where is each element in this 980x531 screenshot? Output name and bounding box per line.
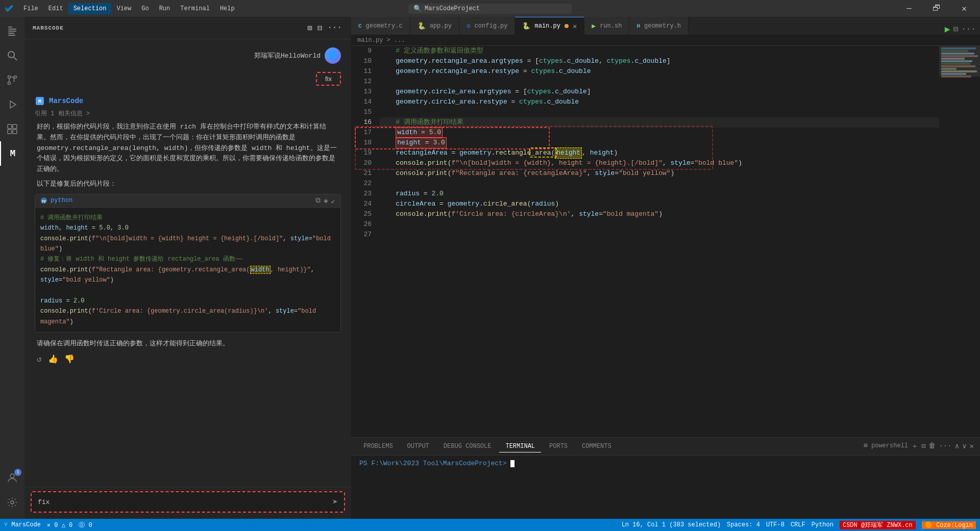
apply-icon[interactable]: ◈ [324, 196, 328, 205]
tab-close-main-py[interactable]: ✕ [573, 22, 577, 31]
tab-geometry-c[interactable]: C geometry.c [351, 17, 410, 35]
minimize-btn[interactable]: — [897, 0, 921, 17]
menu-view[interactable]: View [111, 3, 136, 14]
tab-app-py[interactable]: 🐍 app.py [410, 17, 459, 35]
settings-btn[interactable]: ⊟ [316, 22, 324, 34]
search-bar[interactable]: 🔍 MarsCodeProject [408, 4, 572, 14]
tab-run-sh[interactable]: ▶ run.sh [584, 17, 629, 35]
status-encoding[interactable]: UTF-8 [766, 521, 785, 528]
new-chat-btn[interactable]: ⊞ [306, 22, 313, 34]
chat-input[interactable] [38, 498, 328, 506]
tab-icon-config-py: ⚙ [467, 22, 471, 30]
code-line-7: radius = 2.0 [40, 296, 335, 306]
split-editor-btn[interactable]: ⊟ [953, 24, 959, 34]
more-btn[interactable]: ··· [326, 22, 343, 34]
code-line-26 [380, 219, 939, 230]
status-position[interactable]: Ln 16, Col 1 (383 selected) [622, 521, 721, 528]
insert-icon[interactable]: ↙ [331, 196, 335, 205]
svg-point-16 [11, 501, 14, 504]
menu-help[interactable]: Help [215, 3, 240, 14]
status-spaces[interactable]: Spaces: 4 [727, 521, 760, 528]
svg-point-15 [10, 474, 14, 478]
new-terminal-btn[interactable]: ＋ [911, 442, 918, 451]
code-lang: py python [40, 197, 72, 204]
status-sync[interactable]: ⓪ 0 [79, 521, 92, 529]
activity-source-control[interactable] [0, 68, 24, 92]
code-editor[interactable]: 9 10 11 12 13 14 15 16 17 18 19 20 21 22… [351, 46, 980, 437]
editor-breadcrumb: main.py > ... [351, 35, 980, 46]
menu-edit[interactable]: Edit [43, 3, 68, 14]
terminal-tab-comments[interactable]: COMMENTS [576, 441, 618, 452]
fix-button-top[interactable]: fix [316, 72, 341, 86]
copy-icon[interactable]: ⧉ [315, 196, 321, 205]
tab-icon-geometry-c: C [358, 23, 362, 29]
search-icon: 🔍 [413, 5, 422, 13]
activity-account[interactable]: 1 [0, 466, 24, 490]
activity-explorer[interactable] [0, 19, 24, 43]
code-line-4: # 修复：将 width 和 height 参数传递给 rectangle_ar… [40, 254, 335, 264]
activity-extensions[interactable] [0, 117, 24, 141]
activity-debug[interactable] [0, 92, 24, 117]
status-branch[interactable]: ⑂ MarsCode [4, 521, 41, 528]
terminal-content[interactable]: PS F:\Work\2023 Tool\MarsCodeProject> [351, 456, 980, 519]
tab-icon-app-py: 🐍 [418, 22, 426, 30]
split-terminal-btn[interactable]: ⊟ [921, 442, 925, 451]
window-controls: — 🗗 ✕ [897, 0, 976, 17]
close-terminal-btn[interactable]: ✕ [970, 442, 974, 451]
terminal-tab-terminal[interactable]: TERMINAL [499, 441, 541, 452]
status-language[interactable]: Python [812, 521, 834, 528]
like-btn[interactable]: 👍 [48, 354, 58, 364]
send-button[interactable]: ➤ [332, 496, 338, 508]
terminal-tab-debug[interactable]: DEBUG CONSOLE [437, 441, 498, 452]
status-csdn[interactable]: CSDN @郑瑞军 ZNWX.cn [840, 521, 916, 529]
title-bar: File Edit Selection View Go Run Terminal… [0, 0, 980, 17]
activity-settings[interactable] [0, 490, 24, 515]
retry-btn[interactable]: ↺ [37, 354, 42, 364]
status-coze[interactable]: 🟠 Coze:Login [922, 521, 976, 529]
tab-label-geometry-h: geometry.h [644, 22, 681, 30]
chat-input-box[interactable]: ➤ [31, 491, 345, 513]
tab-config-py[interactable]: ⚙ config.py [459, 17, 516, 35]
minimap [939, 46, 980, 437]
ref-info[interactable]: 引用 1 相关信息 > [35, 108, 341, 122]
dislike-btn[interactable]: 👎 [64, 354, 75, 364]
chevron-up-btn[interactable]: ∧ [955, 442, 959, 451]
sidebar-actions: ⊞ ⊟ ··· [306, 22, 343, 34]
menu-run[interactable]: Run [154, 3, 176, 14]
run-btn[interactable]: ▶ [945, 23, 950, 35]
terminal-tab-output[interactable]: OUTPUT [401, 441, 435, 452]
tab-geometry-h[interactable]: H geometry.h [629, 17, 689, 35]
menu-selection[interactable]: Selection [68, 3, 112, 14]
title-bar-left: File Edit Selection View Go Run Terminal… [4, 3, 240, 14]
activity-marscode[interactable]: M [0, 141, 24, 166]
tab-main-py[interactable]: 🐍 main.py ✕ [515, 17, 584, 35]
svg-point-7 [8, 76, 11, 79]
svg-rect-11 [8, 124, 12, 129]
tabs-right-actions: ▶ ⊟ ··· [941, 23, 980, 35]
menu-file[interactable]: File [18, 3, 43, 14]
activity-search[interactable] [0, 43, 24, 68]
terminal-tab-ports[interactable]: PORTS [543, 441, 574, 452]
terminal-tab-problems[interactable]: PROBLEMS [357, 441, 399, 452]
maximize-btn[interactable]: 🗗 [925, 0, 948, 17]
svg-rect-14 [13, 130, 17, 134]
chat-message-2: 以下是修复后的代码片段： [35, 179, 341, 190]
svg-point-9 [8, 82, 11, 85]
menu-go[interactable]: Go [136, 3, 154, 14]
marscode-response: M MarsCode 引用 1 相关信息 > 好的，根据你的代码片段，我注意到你… [31, 92, 345, 368]
code-line-20: console.print(f"\n[bold]width = {width},… [380, 158, 939, 168]
trash-terminal-btn[interactable]: 🗑 [928, 442, 936, 451]
close-btn[interactable]: ✕ [952, 0, 976, 17]
code-editor-wrapper: 9 10 11 12 13 14 15 16 17 18 19 20 21 22… [351, 46, 980, 437]
more-terminal-btn[interactable]: ··· [939, 442, 951, 451]
code-lines[interactable]: # 定义函数参数和返回值类型 geometry.rectangle_area.a… [376, 46, 939, 437]
code-line-21: console.print(f"Rectangle area: {rectang… [380, 168, 939, 179]
code-actions: ⧉ ◈ ↙ [315, 196, 335, 205]
svg-rect-12 [13, 124, 17, 129]
status-eol[interactable]: CRLF [791, 521, 805, 528]
status-errors[interactable]: ✕ 0 △ 0 [47, 521, 72, 529]
menu-terminal[interactable]: Terminal [175, 3, 215, 14]
more-editor-btn[interactable]: ··· [961, 24, 976, 34]
chevron-down-btn[interactable]: ∨ [962, 442, 966, 451]
svg-text:M: M [38, 99, 41, 105]
